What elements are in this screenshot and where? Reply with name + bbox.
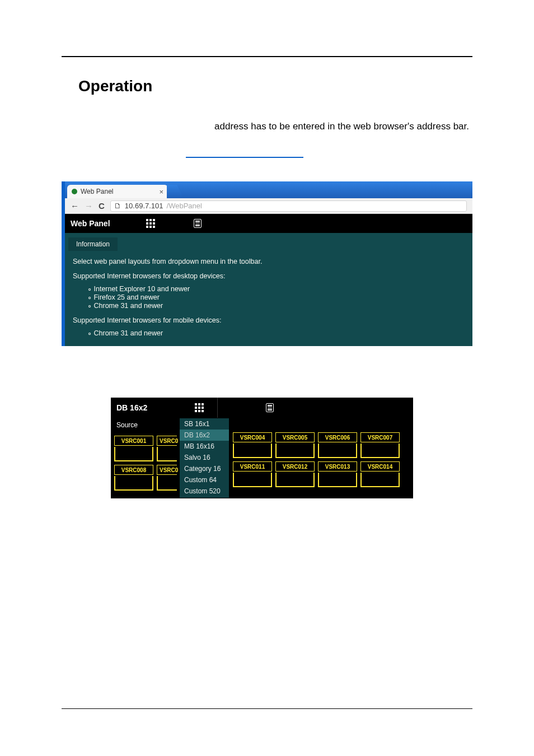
webpanel-toolbar: Web Panel (65, 214, 472, 233)
source-slot[interactable] (360, 444, 400, 458)
intro-fragment: address has to be entered in the web bro… (62, 121, 472, 132)
layout-dropdown[interactable]: SB 16x1 DB 16x2 MB 16x16 Salvo 16 Catego… (179, 418, 229, 498)
layout-list-icon[interactable] (191, 217, 204, 230)
panel2-toolbar: DB 16x2 (111, 398, 413, 418)
browser-screenshot: Web Panel × ← → C 🗋 10.69.7.101/WebPanel… (62, 181, 472, 346)
address-bar: ← → C 🗋 10.69.7.101/WebPanel (65, 198, 472, 214)
layout-grid-icon[interactable] (181, 398, 218, 418)
source-button[interactable]: VSRC014 (360, 461, 400, 472)
source-button-partial[interactable]: VSRC0 (157, 436, 177, 446)
source-button[interactable]: VSRC001 (114, 436, 153, 446)
mobile-browser-list: Chrome 31 and newer (87, 329, 472, 337)
page-heading: Operation (78, 77, 472, 95)
desktop-browser-list: Internet Explorer 10 and newer Firefox 2… (87, 284, 472, 310)
url-path: /WebPanel (167, 202, 202, 210)
browser-tab[interactable]: Web Panel × (67, 185, 168, 198)
layout-dropdown-screenshot: DB 16x2 Source VSRC001 VSR (111, 398, 413, 498)
dropdown-item[interactable]: SB 16x1 (180, 418, 229, 430)
source-button[interactable]: VSRC004 (233, 432, 272, 442)
url-host: 10.69.7.101 (125, 202, 163, 210)
dropdown-item[interactable]: MB 16x16 (180, 441, 229, 452)
source-button[interactable]: VSRC011 (233, 461, 272, 472)
tab-close-icon[interactable]: × (159, 188, 163, 196)
back-icon[interactable]: ← (71, 201, 79, 211)
button-grid: VSRC004 VSRC005 VSRC006 VSRC007 VSRC011 … (229, 418, 413, 498)
forward-icon[interactable]: → (85, 201, 93, 211)
tab-title: Web Panel (81, 188, 113, 195)
info-line-2: Supported Internet browsers for desktop … (73, 272, 465, 280)
source-button[interactable]: VSRC012 (275, 461, 315, 472)
list-item: Chrome 31 and newer (87, 301, 472, 310)
page-icon: 🗋 (114, 202, 121, 210)
dropdown-item[interactable]: Custom 64 (180, 474, 229, 486)
panel2-title: DB 16x2 (116, 403, 147, 412)
source-button[interactable]: VSRC006 (318, 432, 357, 442)
source-slot[interactable] (233, 444, 272, 458)
source-slot[interactable] (233, 473, 272, 487)
browser-tabbar: Web Panel × (65, 181, 472, 198)
dropdown-item[interactable]: Custom 520 (180, 486, 229, 497)
source-slot[interactable] (114, 447, 153, 461)
source-button-partial[interactable]: VSRC0 (157, 465, 177, 475)
source-button[interactable]: VSRC005 (275, 432, 315, 442)
source-slot-partial (157, 476, 177, 491)
source-slot[interactable] (360, 473, 400, 487)
blue-divider (186, 157, 303, 158)
list-item: Firefox 25 and newer (87, 293, 472, 301)
url-input[interactable]: 🗋 10.69.7.101/WebPanel (110, 200, 467, 212)
dropdown-item-selected[interactable]: DB 16x2 (180, 430, 229, 441)
source-button[interactable]: VSRC008 (114, 465, 153, 475)
source-button[interactable]: VSRC013 (318, 461, 357, 472)
source-button[interactable]: VSRC007 (360, 432, 400, 442)
dropdown-item[interactable]: Salvo 16 (180, 452, 229, 463)
list-item: Internet Explorer 10 and newer (87, 284, 472, 293)
source-slot[interactable] (318, 473, 357, 487)
source-slot[interactable] (275, 444, 315, 458)
webpanel-title: Web Panel (71, 219, 110, 228)
layout-list-icon[interactable] (251, 398, 288, 418)
dropdown-item[interactable]: Category 16 (180, 463, 229, 474)
layout-grid-icon[interactable] (144, 217, 157, 230)
information-tab[interactable]: Information (68, 237, 118, 251)
webpanel-body: Information Select web panel layouts fro… (65, 233, 472, 346)
source-slot[interactable] (318, 444, 357, 458)
favicon-icon (72, 189, 77, 194)
source-slot[interactable] (275, 473, 315, 487)
reload-icon[interactable]: C (99, 201, 105, 211)
list-item: Chrome 31 and newer (87, 329, 472, 337)
source-label: Source (111, 418, 171, 432)
info-line-1: Select web panel layouts from dropdown m… (73, 258, 465, 265)
info-line-3: Supported Internet browsers for mobile d… (73, 316, 465, 324)
source-slot-partial (157, 447, 177, 461)
source-slot[interactable] (114, 476, 153, 491)
tab-decoration (167, 185, 184, 198)
